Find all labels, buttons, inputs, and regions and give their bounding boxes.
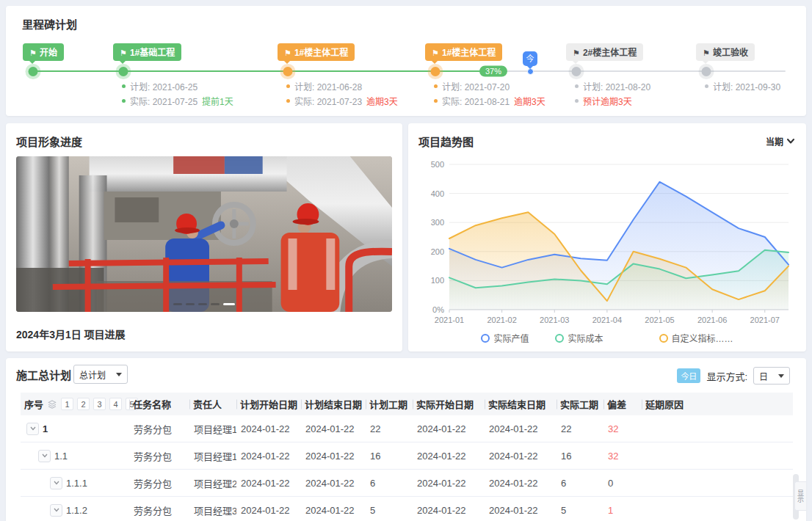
carousel-dot[interactable] [186, 303, 195, 305]
table-header-row: 序号12345任务名称责任人计划开始日期计划结束日期计划工期实际开始日期实际结束… [21, 393, 793, 415]
svg-text:2021-07: 2021-07 [750, 316, 780, 324]
svg-text:2021-03: 2021-03 [540, 316, 569, 324]
milestone-dates: 计划: 2021-06-28实际: 2021-07-23 逾期3天 [286, 79, 398, 108]
schedule-table: 序号12345任务名称责任人计划开始日期计划结束日期计划工期实际开始日期实际结束… [21, 393, 793, 521]
legend-label: 实际成本 [568, 332, 603, 344]
milestone-label: 开始 [40, 48, 57, 58]
svg-text:0%: 0% [432, 305, 444, 314]
plan-date: 计划: 2021-08-20 [583, 80, 650, 92]
schedule-card: 施工总计划 总计划 今日 显示方式: 日 序号12345任务名称责任人计划开始日… [6, 358, 806, 521]
svg-text:100: 100 [431, 276, 444, 285]
level-button-1[interactable]: 1 [61, 398, 73, 410]
bullet-dot [575, 84, 579, 88]
photo-card: 项目形象进度 [6, 123, 402, 351]
display-mode-select[interactable]: 日 [753, 367, 790, 385]
carousel-dot[interactable] [211, 303, 220, 305]
cell-deviation: 32 [603, 423, 642, 434]
photo-title: 项目形象进度 [16, 134, 82, 149]
svg-text:2021-06: 2021-06 [697, 316, 727, 324]
flag-icon: ⚑ [284, 48, 291, 57]
period-select[interactable]: 当期 [766, 135, 794, 147]
actual-date: 实际: 2021-07-25 [130, 95, 197, 107]
expand-row-icon[interactable] [50, 477, 62, 489]
milestone-label: 竣工验收 [713, 48, 748, 58]
column-header-seq: 序号12345 [21, 393, 129, 415]
expand-row-icon[interactable] [50, 504, 62, 517]
cell-plan-start: 2024-01-22 [236, 505, 301, 516]
row-seq-cell: 1.1.1 [21, 477, 129, 489]
progress-photo[interactable] [16, 156, 392, 312]
carousel-dot[interactable] [173, 303, 182, 305]
milestone-node [431, 67, 441, 76]
cell-actual-start: 2024-01-22 [413, 451, 485, 462]
legend-marker [555, 334, 564, 343]
flag-icon: ⚑ [29, 48, 37, 57]
svg-text:2021-04: 2021-04 [592, 316, 622, 324]
display-mode-label: 显示方式: [706, 369, 747, 383]
milestone-plan-row: 计划: 2021-09-30 [705, 79, 780, 93]
legend-item[interactable]: 自定义指标…… [659, 332, 733, 344]
flag-icon: ⚑ [573, 48, 580, 57]
table-row: 1.1.2劳务分包项目经理32024-01-222024-01-2252024-… [21, 497, 793, 521]
milestone-node [119, 67, 128, 76]
milestone-actual-row: 实际: 2021-07-25 提前1天 [122, 93, 233, 108]
plan-date: 计划: 2021-09-30 [713, 80, 780, 92]
period-select-value: 当期 [766, 135, 783, 147]
cell-actual-end: 2024-01-22 [485, 451, 557, 462]
table-row: 1.1.1劳务分包项目经理22024-01-222024-01-2262024-… [21, 470, 793, 497]
svg-text:2021-05: 2021-05 [645, 316, 674, 324]
legend-label: 实际产值 [493, 332, 529, 344]
milestone-actual-row: 预计逾期3天 [575, 93, 650, 108]
milestone-badge: ⚑开始 [23, 43, 64, 61]
svg-text:300: 300 [431, 218, 444, 227]
photo-caption: 2024年3月1日 项目进展 [16, 327, 126, 341]
plan-type-select[interactable]: 总计划 [73, 365, 128, 384]
display-mode-select-value: 日 [759, 370, 768, 382]
cell-actual-days: 22 [557, 423, 603, 434]
plan-type-select-value: 总计划 [79, 368, 106, 381]
seq-header-label: 序号 [24, 397, 43, 411]
cell-plan-end: 2024-01-22 [301, 423, 366, 434]
side-tab-show[interactable]: 显示 [794, 481, 806, 511]
expand-row-icon[interactable] [38, 450, 51, 462]
milestone-node [283, 67, 293, 76]
today-marker: 今 [523, 51, 537, 75]
expand-row-icon[interactable] [26, 423, 39, 435]
trend-card: 项目趋势图 当期 0%1002003004005002021-012021-02… [408, 123, 806, 351]
milestone-plan-row: 计划: 2021-06-28 [286, 79, 398, 93]
cell-deviation: 32 [603, 451, 642, 462]
deviation-note: 提前1天 [202, 95, 233, 107]
level-button-2[interactable]: 2 [77, 398, 90, 410]
schedule-title: 施工总计划 [16, 367, 71, 382]
legend-item[interactable]: 实际产值 [481, 332, 529, 344]
today-badge[interactable]: 今日 [677, 368, 700, 383]
bullet-dot [434, 84, 438, 88]
svg-text:400: 400 [431, 189, 444, 198]
row-id: 1.1.1 [66, 478, 87, 489]
milestone-node [702, 67, 711, 76]
milestone-badge: ⚑2#楼主体工程 [566, 43, 643, 61]
bullet-dot [122, 99, 126, 103]
forecast-note: 预计逾期3天 [583, 95, 632, 107]
level-button-4[interactable]: 4 [109, 398, 122, 410]
legend-marker [659, 334, 668, 343]
milestone-plan-row: 计划: 2021-08-20 [575, 79, 650, 93]
milestone-actual-row: 实际: 2021-08-21 逾期3天 [434, 93, 545, 108]
actual-date: 实际: 2021-07-23 [294, 95, 362, 107]
bullet-dot [434, 99, 438, 103]
column-header: 任务名称 [129, 393, 189, 415]
legend-item[interactable]: 实际成本 [555, 332, 603, 344]
carousel-dot[interactable] [198, 303, 207, 305]
column-header: 责任人 [189, 393, 236, 415]
milestone-actual-row: 实际: 2021-07-23 逾期3天 [286, 93, 398, 108]
column-header: 计划开始日期 [236, 393, 301, 415]
bullet-dot [575, 99, 579, 103]
cell-plan-days: 22 [366, 423, 413, 434]
row-seq-cell: 1.1.2 [21, 504, 129, 517]
cell-plan-start: 2024-01-22 [236, 478, 301, 489]
carousel-dot[interactable] [223, 303, 235, 305]
milestone-dates: 计划: 2021-09-30 [705, 79, 780, 93]
cell-deviation: 1 [603, 505, 642, 516]
milestone-dates: 计划: 2021-06-25实际: 2021-07-25 提前1天 [122, 79, 233, 108]
level-button-3[interactable]: 3 [93, 398, 106, 410]
